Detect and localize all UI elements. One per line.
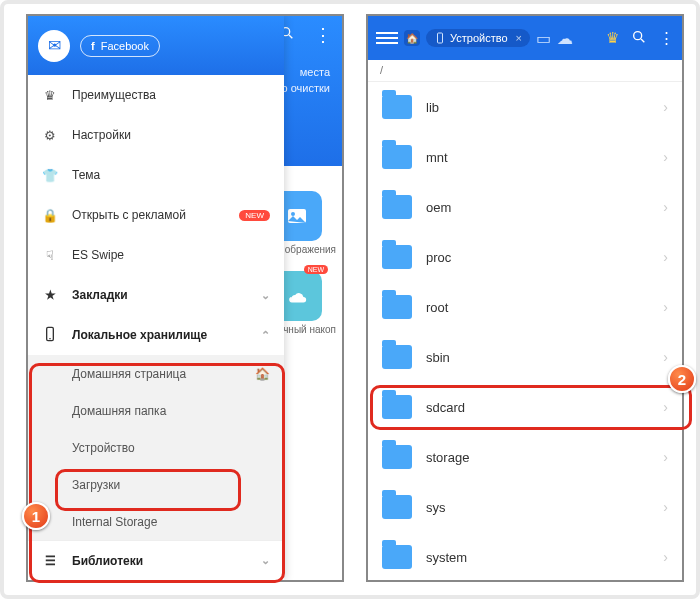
folder-row-storage[interactable]: storage› <box>368 432 682 482</box>
breadcrumb-device[interactable]: Устройство × <box>426 29 530 47</box>
chevron-right-icon: › <box>663 249 668 265</box>
mail-icon[interactable]: ✉ <box>38 30 70 62</box>
folder-icon <box>382 495 412 519</box>
breadcrumb-home[interactable]: 🏠 <box>404 30 420 46</box>
svg-rect-6 <box>438 33 443 43</box>
folder-name: sdcard <box>426 400 649 415</box>
stack-icon: ☰ <box>42 554 58 568</box>
folder-row-sys[interactable]: sys› <box>368 482 682 532</box>
close-icon[interactable]: × <box>516 32 522 44</box>
swipe-icon: ☟ <box>42 248 58 263</box>
canvas: ⋮ места ного очистки ображения NEW чный … <box>0 0 700 599</box>
bg-label-images: ображения <box>285 244 336 255</box>
folder-row-mnt[interactable]: mnt› <box>368 132 682 182</box>
callout-badge-2: 2 <box>668 365 696 393</box>
menu-label: Преимущества <box>72 88 270 102</box>
menu-item-theme[interactable]: 👕 Тема <box>28 155 284 195</box>
phone-left: ⋮ места ного очистки ображения NEW чный … <box>26 14 344 582</box>
crown-icon[interactable]: ♛ <box>606 29 619 47</box>
svg-point-7 <box>634 31 642 39</box>
subitem-label: Домашняя страница <box>72 367 186 381</box>
chevron-right-icon: › <box>663 349 668 365</box>
menu-item-esswipe[interactable]: ☟ ES Swipe <box>28 235 284 275</box>
folder-name: mnt <box>426 150 649 165</box>
folder-name: storage <box>426 450 649 465</box>
home-icon: 🏠 <box>255 367 270 381</box>
folder-icon <box>382 295 412 319</box>
folder-name: root <box>426 300 649 315</box>
menu-label: ES Swipe <box>72 248 270 262</box>
more-icon[interactable]: ⋮ <box>314 25 332 45</box>
folder-icon <box>382 95 412 119</box>
svg-line-8 <box>641 39 644 42</box>
folder-name: oem <box>426 200 649 215</box>
folder-row-lib[interactable]: lib› <box>368 82 682 132</box>
left-bg-header-icons: ⋮ <box>279 24 332 46</box>
section-libraries[interactable]: ☰ Библиотеки ⌄ <box>28 540 284 580</box>
menu-label: Тема <box>72 168 270 182</box>
facebook-button[interactable]: f Facebook <box>80 35 160 57</box>
crown-icon: ♛ <box>42 88 58 103</box>
folder-icon <box>382 145 412 169</box>
facebook-label: Facebook <box>101 40 149 52</box>
lock-icon: 🔒 <box>42 208 58 223</box>
svg-line-1 <box>289 35 292 38</box>
subitem-home-folder[interactable]: Домашняя папка <box>28 392 284 429</box>
menu-item-advantages[interactable]: ♛ Преимущества <box>28 75 284 115</box>
chevron-up-icon: ⌃ <box>261 329 270 342</box>
shirt-icon: 👕 <box>42 168 58 183</box>
cloud-icon[interactable]: ☁ <box>557 29 573 48</box>
path-bar[interactable]: / <box>368 60 682 82</box>
drawer-header: ✉ f Facebook <box>28 16 284 75</box>
star-icon: ★ <box>42 288 58 302</box>
facebook-icon: f <box>91 40 95 52</box>
bg-label-cloud: чный накоп <box>283 324 336 335</box>
local-storage-sublist: Домашняя страница 🏠 Домашняя папка Устро… <box>28 355 284 540</box>
folder-row-system[interactable]: system› <box>368 532 682 582</box>
window-icon[interactable]: ▭ <box>536 29 551 48</box>
gear-icon: ⚙ <box>42 128 58 143</box>
subitem-downloads[interactable]: Загрузки <box>28 466 284 503</box>
new-badge: NEW <box>304 265 328 274</box>
hamburger-icon[interactable] <box>376 32 398 44</box>
menu-item-settings[interactable]: ⚙ Настройки <box>28 115 284 155</box>
new-badge: NEW <box>239 210 270 221</box>
folder-icon <box>382 445 412 469</box>
subitem-device[interactable]: Устройство <box>28 429 284 466</box>
folder-row-proc[interactable]: proc› <box>368 232 682 282</box>
drawer-menu: ♛ Преимущества ⚙ Настройки 👕 Тема 🔒 Откр… <box>28 75 284 580</box>
svg-point-3 <box>291 212 295 216</box>
chevron-right-icon: › <box>663 149 668 165</box>
chevron-right-icon: › <box>663 399 668 415</box>
section-label: Библиотеки <box>72 554 143 568</box>
more-icon[interactable]: ⋮ <box>659 29 674 47</box>
folder-icon <box>382 195 412 219</box>
folder-name: system <box>426 550 649 565</box>
subitem-internal-storage[interactable]: Internal Storage <box>28 503 284 540</box>
section-label: Закладки <box>72 288 128 302</box>
menu-item-ads[interactable]: 🔒 Открыть с рекламой NEW <box>28 195 284 235</box>
subitem-home-page[interactable]: Домашняя страница 🏠 <box>28 355 284 392</box>
search-icon[interactable] <box>631 29 647 48</box>
section-local-storage[interactable]: Локальное хранилище ⌃ <box>28 315 284 355</box>
nav-drawer: ✉ f Facebook ♛ Преимущества ⚙ Настройки … <box>28 16 284 580</box>
folder-row-sdcard[interactable]: sdcard› <box>368 382 682 432</box>
folder-row-oem[interactable]: oem› <box>368 182 682 232</box>
phone-icon <box>42 326 58 345</box>
folder-row-root[interactable]: root› <box>368 282 682 332</box>
folder-icon <box>382 545 412 569</box>
section-bookmarks[interactable]: ★ Закладки ⌄ <box>28 275 284 315</box>
chevron-right-icon: › <box>663 199 668 215</box>
folder-name: sys <box>426 500 649 515</box>
callout-badge-1: 1 <box>22 502 50 530</box>
folder-name: lib <box>426 100 649 115</box>
folder-icon <box>382 395 412 419</box>
chevron-right-icon: › <box>663 99 668 115</box>
subitem-label: Загрузки <box>72 478 120 492</box>
folder-row-sbin[interactable]: sbin› <box>368 332 682 382</box>
subitem-label: Устройство <box>72 441 135 455</box>
menu-label: Открыть с рекламой <box>72 208 225 222</box>
chevron-right-icon: › <box>663 499 668 515</box>
phone-right: 🏠 Устройство × ▭ ☁ ♛ ⋮ / lib› mnt› oem› … <box>366 14 684 582</box>
chevron-right-icon: › <box>663 299 668 315</box>
